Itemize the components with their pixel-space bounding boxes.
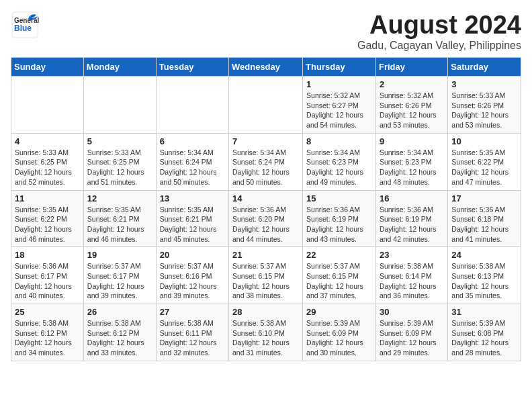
calendar-cell: 11Sunrise: 5:35 AM Sunset: 6:22 PM Dayli…: [11, 190, 84, 247]
day-number: 16: [380, 193, 444, 203]
day-info: Sunrise: 5:36 AM Sunset: 6:17 PM Dayligh…: [15, 261, 80, 301]
day-info: Sunrise: 5:35 AM Sunset: 6:22 PM Dayligh…: [451, 148, 517, 187]
day-number: 14: [232, 193, 299, 203]
calendar-cell: 28Sunrise: 5:38 AM Sunset: 6:10 PM Dayli…: [229, 304, 303, 361]
day-info: Sunrise: 5:36 AM Sunset: 6:19 PM Dayligh…: [306, 205, 372, 244]
calendar-week-4: 18Sunrise: 5:36 AM Sunset: 6:17 PM Dayli…: [11, 247, 521, 304]
day-number: 17: [451, 193, 517, 203]
calendar-cell: 21Sunrise: 5:37 AM Sunset: 6:15 PM Dayli…: [229, 247, 303, 304]
calendar-week-2: 4Sunrise: 5:33 AM Sunset: 6:25 PM Daylig…: [11, 133, 521, 190]
day-info: Sunrise: 5:37 AM Sunset: 6:15 PM Dayligh…: [306, 261, 372, 301]
weekday-header-saturday: Saturday: [448, 58, 521, 77]
day-number: 12: [87, 193, 152, 203]
day-number: 30: [380, 307, 444, 317]
calendar-cell: [156, 77, 228, 134]
calendar-cell: 23Sunrise: 5:38 AM Sunset: 6:14 PM Dayli…: [375, 247, 447, 304]
calendar-cell: 5Sunrise: 5:33 AM Sunset: 6:25 PM Daylig…: [83, 133, 156, 190]
day-number: 3: [451, 79, 517, 89]
calendar-cell: 10Sunrise: 5:35 AM Sunset: 6:22 PM Dayli…: [448, 133, 521, 190]
weekday-header-tuesday: Tuesday: [156, 58, 228, 77]
day-info: Sunrise: 5:33 AM Sunset: 6:25 PM Dayligh…: [15, 148, 80, 187]
calendar-cell: 4Sunrise: 5:33 AM Sunset: 6:25 PM Daylig…: [11, 133, 84, 190]
day-info: Sunrise: 5:39 AM Sunset: 6:09 PM Dayligh…: [380, 318, 444, 358]
day-number: 9: [380, 136, 444, 146]
day-number: 2: [380, 79, 444, 89]
calendar-week-3: 11Sunrise: 5:35 AM Sunset: 6:22 PM Dayli…: [11, 190, 521, 247]
calendar-cell: 12Sunrise: 5:35 AM Sunset: 6:21 PM Dayli…: [83, 190, 156, 247]
day-info: Sunrise: 5:35 AM Sunset: 6:21 PM Dayligh…: [87, 205, 152, 244]
calendar-cell: 6Sunrise: 5:34 AM Sunset: 6:24 PM Daylig…: [156, 133, 228, 190]
day-number: 23: [380, 250, 444, 260]
weekday-header-friday: Friday: [375, 58, 447, 77]
day-info: Sunrise: 5:38 AM Sunset: 6:12 PM Dayligh…: [15, 318, 80, 358]
calendar-cell: 16Sunrise: 5:36 AM Sunset: 6:19 PM Dayli…: [375, 190, 447, 247]
calendar-cell: [229, 77, 303, 134]
calendar-cell: 22Sunrise: 5:37 AM Sunset: 6:15 PM Dayli…: [303, 247, 376, 304]
weekday-header-sunday: Sunday: [11, 58, 84, 77]
calendar-cell: 20Sunrise: 5:37 AM Sunset: 6:16 PM Dayli…: [156, 247, 228, 304]
weekday-header-wednesday: Wednesday: [229, 58, 303, 77]
page-title: August 2024: [357, 11, 521, 40]
day-number: 15: [306, 193, 372, 203]
weekday-header-row: SundayMondayTuesdayWednesdayThursdayFrid…: [11, 58, 521, 77]
day-number: 1: [306, 79, 372, 89]
calendar-cell: 8Sunrise: 5:34 AM Sunset: 6:23 PM Daylig…: [303, 133, 376, 190]
day-info: Sunrise: 5:38 AM Sunset: 6:11 PM Dayligh…: [160, 318, 225, 358]
calendar-cell: 14Sunrise: 5:36 AM Sunset: 6:20 PM Dayli…: [229, 190, 303, 247]
day-info: Sunrise: 5:39 AM Sunset: 6:08 PM Dayligh…: [451, 318, 517, 358]
day-info: Sunrise: 5:33 AM Sunset: 6:26 PM Dayligh…: [451, 91, 517, 130]
calendar-cell: 27Sunrise: 5:38 AM Sunset: 6:11 PM Dayli…: [156, 304, 228, 361]
day-number: 24: [451, 250, 517, 260]
day-number: 26: [87, 307, 152, 317]
day-info: Sunrise: 5:38 AM Sunset: 6:10 PM Dayligh…: [232, 318, 299, 358]
weekday-header-monday: Monday: [83, 58, 156, 77]
calendar-cell: 29Sunrise: 5:39 AM Sunset: 6:09 PM Dayli…: [303, 304, 376, 361]
day-number: 19: [87, 250, 152, 260]
calendar-cell: 3Sunrise: 5:33 AM Sunset: 6:26 PM Daylig…: [448, 77, 521, 134]
calendar-header: SundayMondayTuesdayWednesdayThursdayFrid…: [11, 58, 521, 77]
day-number: 28: [232, 307, 299, 317]
day-number: 18: [15, 250, 80, 260]
logo-icon: General Blue: [11, 11, 39, 39]
day-info: Sunrise: 5:38 AM Sunset: 6:14 PM Dayligh…: [380, 261, 444, 301]
calendar-cell: 24Sunrise: 5:38 AM Sunset: 6:13 PM Dayli…: [448, 247, 521, 304]
day-info: Sunrise: 5:34 AM Sunset: 6:23 PM Dayligh…: [380, 148, 444, 187]
calendar-week-1: 1Sunrise: 5:32 AM Sunset: 6:27 PM Daylig…: [11, 77, 521, 134]
day-number: 29: [306, 307, 372, 317]
day-number: 13: [160, 193, 225, 203]
page-header: General Blue August 2024 Gadu, Cagayan V…: [11, 11, 521, 52]
day-number: 10: [451, 136, 517, 146]
title-block: August 2024 Gadu, Cagayan Valley, Philip…: [357, 11, 521, 52]
day-info: Sunrise: 5:38 AM Sunset: 6:13 PM Dayligh…: [451, 261, 517, 301]
day-number: 7: [232, 136, 299, 146]
calendar-cell: 31Sunrise: 5:39 AM Sunset: 6:08 PM Dayli…: [448, 304, 521, 361]
day-number: 21: [232, 250, 299, 260]
day-info: Sunrise: 5:34 AM Sunset: 6:24 PM Dayligh…: [160, 148, 225, 187]
calendar-cell: 30Sunrise: 5:39 AM Sunset: 6:09 PM Dayli…: [375, 304, 447, 361]
calendar-week-5: 25Sunrise: 5:38 AM Sunset: 6:12 PM Dayli…: [11, 304, 521, 361]
weekday-header-thursday: Thursday: [303, 58, 376, 77]
calendar-cell: 17Sunrise: 5:36 AM Sunset: 6:18 PM Dayli…: [448, 190, 521, 247]
calendar-table: SundayMondayTuesdayWednesdayThursdayFrid…: [11, 57, 521, 361]
day-info: Sunrise: 5:35 AM Sunset: 6:21 PM Dayligh…: [160, 205, 225, 244]
calendar-cell: [83, 77, 156, 134]
page-subtitle: Gadu, Cagayan Valley, Philippines: [357, 40, 521, 52]
day-info: Sunrise: 5:37 AM Sunset: 6:16 PM Dayligh…: [160, 261, 225, 301]
day-info: Sunrise: 5:39 AM Sunset: 6:09 PM Dayligh…: [306, 318, 372, 358]
day-info: Sunrise: 5:32 AM Sunset: 6:27 PM Dayligh…: [306, 91, 372, 130]
day-number: 22: [306, 250, 372, 260]
day-number: 20: [160, 250, 225, 260]
calendar-cell: 19Sunrise: 5:37 AM Sunset: 6:17 PM Dayli…: [83, 247, 156, 304]
calendar-cell: 18Sunrise: 5:36 AM Sunset: 6:17 PM Dayli…: [11, 247, 84, 304]
day-info: Sunrise: 5:36 AM Sunset: 6:20 PM Dayligh…: [232, 205, 299, 244]
calendar-cell: 13Sunrise: 5:35 AM Sunset: 6:21 PM Dayli…: [156, 190, 228, 247]
day-info: Sunrise: 5:36 AM Sunset: 6:19 PM Dayligh…: [380, 205, 444, 244]
day-info: Sunrise: 5:34 AM Sunset: 6:23 PM Dayligh…: [306, 148, 372, 187]
calendar-body: 1Sunrise: 5:32 AM Sunset: 6:27 PM Daylig…: [11, 77, 521, 361]
calendar-cell: [11, 77, 84, 134]
day-number: 4: [15, 136, 80, 146]
calendar-cell: 25Sunrise: 5:38 AM Sunset: 6:12 PM Dayli…: [11, 304, 84, 361]
day-info: Sunrise: 5:36 AM Sunset: 6:18 PM Dayligh…: [451, 205, 517, 244]
day-info: Sunrise: 5:37 AM Sunset: 6:15 PM Dayligh…: [232, 261, 299, 301]
day-info: Sunrise: 5:33 AM Sunset: 6:25 PM Dayligh…: [87, 148, 152, 187]
